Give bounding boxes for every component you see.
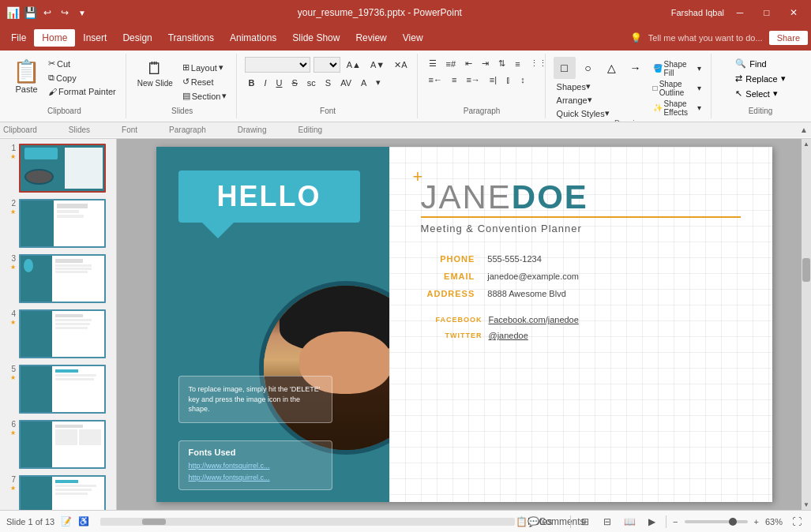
quick-styles-button[interactable]: Quick Styles▾ [554, 107, 647, 119]
maximize-btn[interactable]: □ [756, 2, 778, 24]
scroll-up-btn[interactable]: ▲ [802, 139, 811, 149]
share-button[interactable]: Share [769, 31, 808, 45]
slide-thumb-7[interactable]: 7 ★ [3, 474, 113, 510]
shadow-button[interactable]: S [322, 77, 334, 89]
font-color-dropdown[interactable]: ▾ [373, 76, 384, 89]
slide-img-1[interactable] [19, 144, 106, 193]
reading-view-btn[interactable]: 📖 [621, 514, 637, 530]
undo-btn[interactable]: ↩ [41, 6, 54, 19]
new-slide-button[interactable]: 🗒 New Slide [134, 57, 176, 107]
vertical-scrollbar[interactable]: ▲ ▼ [802, 139, 811, 510]
zoom-out-btn[interactable]: − [673, 517, 678, 526]
format-painter-button[interactable]: 🖌 Format Painter [45, 85, 119, 98]
menu-file[interactable]: File [3, 29, 34, 47]
ribbon-paragraph-group: ☰ ≡# ⇤ ⇥ ⇅ ≡ ⋮⋮ ≡← ≡ ≡→ ≡| ⫿ ↕ Paragraph [419, 54, 546, 118]
cut-button[interactable]: ✂ Cut [45, 57, 119, 70]
char-spacing-button[interactable]: AV [337, 77, 355, 89]
section-button[interactable]: ▤ Section ▾ [179, 89, 231, 103]
bold-button[interactable]: B [245, 77, 257, 89]
copy-button[interactable]: ⧉ Copy [45, 71, 119, 84]
font-name-select[interactable] [245, 57, 310, 73]
slide-img-7[interactable] [19, 475, 106, 510]
h-scroll-thumb[interactable] [142, 519, 166, 525]
canvas-area[interactable]: ▲ ▼ HELLO [117, 139, 811, 510]
customize-quick-access[interactable]: ▼ [76, 6, 88, 19]
close-btn[interactable]: ✕ [783, 2, 805, 24]
shape-selector-btn4[interactable]: → [625, 57, 647, 79]
bullet-list-button[interactable]: ☰ [426, 57, 440, 70]
reset-button[interactable]: ↺ Reset [179, 75, 231, 88]
strikethrough-button[interactable]: S [288, 77, 300, 89]
menu-insert[interactable]: Insert [75, 29, 115, 47]
align-center-button[interactable]: ≡ [449, 73, 460, 86]
slide-thumb-3[interactable]: 3 ★ [3, 253, 113, 305]
slide-img-5[interactable] [19, 365, 106, 414]
increase-indent-button[interactable]: ⇥ [479, 57, 492, 70]
italic-button[interactable]: I [261, 77, 269, 89]
find-button[interactable]: 🔍 Find [730, 57, 790, 70]
font-color-button[interactable]: A [358, 77, 370, 89]
justify-button[interactable]: ≡| [486, 73, 500, 86]
collapse-ribbon-btn[interactable]: ▲ [800, 126, 808, 134]
replace-button[interactable]: ⇄ Replace ▾ [730, 72, 790, 85]
search-bar[interactable]: Tell me what you want to do... [648, 33, 763, 43]
align-right-button[interactable]: ≡→ [463, 73, 482, 86]
zoom-thumb[interactable] [729, 518, 737, 526]
shape-effects-button[interactable]: ✨ Shape Effects ▾ [650, 99, 704, 118]
menu-slideshow[interactable]: Slide Show [284, 29, 347, 47]
slide-img-6[interactable] [19, 420, 106, 469]
save-quick-btn[interactable]: 💾 [24, 6, 36, 19]
facebook-label: FACEBOOK [421, 316, 482, 324]
font-size-select[interactable] [314, 57, 340, 73]
zoom-in-btn[interactable]: + [754, 517, 759, 526]
align-left-button[interactable]: ≡← [426, 73, 445, 86]
numbered-list-button[interactable]: ≡# [443, 58, 460, 70]
shape-selector-btn2[interactable]: ○ [577, 57, 599, 79]
menu-transitions[interactable]: Transitions [160, 29, 222, 47]
scroll-down-btn[interactable]: ▼ [802, 500, 811, 510]
slide-img-3[interactable] [19, 254, 106, 303]
layout-button[interactable]: ⊞ Layout ▾ [179, 61, 231, 74]
text-direction-button[interactable]: ⇅ [495, 57, 509, 70]
select-button[interactable]: ↖ Select ▾ [730, 87, 790, 100]
shape-fill-button[interactable]: 🪣 Shape Fill ▾ [650, 59, 704, 78]
clear-format-button[interactable]: ✕A [391, 58, 410, 72]
slide-img-2[interactable] [19, 199, 106, 248]
fit-slide-btn[interactable]: ⛶ [789, 514, 805, 530]
slide-thumb-1[interactable]: 1 ★ [3, 142, 113, 194]
shapes-button[interactable]: Shapes▾ [554, 81, 647, 92]
underline-button[interactable]: U [273, 77, 286, 89]
zoom-slider[interactable] [685, 520, 748, 523]
menu-home[interactable]: Home [34, 29, 75, 47]
slidesorter-view-btn[interactable]: ⊟ [599, 514, 615, 530]
main-area: 1 ★ 2 ★ [0, 139, 811, 510]
paste-button[interactable]: 📋 Paste [9, 57, 43, 98]
menu-design[interactable]: Design [115, 29, 160, 47]
slide-img-4[interactable] [19, 309, 106, 358]
shape-selector-btn[interactable]: □ [554, 57, 576, 79]
slide-thumb-2[interactable]: 2 ★ [3, 197, 113, 249]
increase-font-button[interactable]: A▲ [344, 58, 364, 71]
slide-thumb-4[interactable]: 4 ★ [3, 308, 113, 360]
slide-thumb-6[interactable]: 6 ★ [3, 418, 113, 470]
smallcaps-button[interactable]: sc [304, 77, 319, 89]
minimize-btn[interactable]: ─ [729, 2, 751, 24]
decrease-indent-button[interactable]: ⇤ [462, 57, 475, 70]
menu-animations[interactable]: Animations [222, 29, 284, 47]
decrease-font-button[interactable]: A▼ [367, 58, 388, 71]
menu-view[interactable]: View [395, 29, 431, 47]
shape-selector-btn3[interactable]: △ [601, 57, 623, 79]
normal-view-btn[interactable]: ⊞ [577, 514, 593, 530]
comments-button[interactable]: 💬 Comments [548, 514, 564, 530]
redo-btn[interactable]: ↪ [58, 6, 71, 19]
columns-button[interactable]: ⫿ [503, 73, 514, 86]
slide-thumb-5[interactable]: 5 ★ [3, 363, 113, 415]
slideshow-view-btn[interactable]: ▶ [644, 514, 659, 530]
menu-review[interactable]: Review [347, 29, 394, 47]
align-text-button[interactable]: ≡ [512, 58, 523, 70]
shape-outline-button[interactable]: □ Shape Outline ▾ [650, 79, 704, 98]
scroll-thumb[interactable] [802, 258, 810, 282]
arrange-button[interactable]: Arrange▾ [554, 94, 647, 106]
horizontal-scrollbar[interactable] [100, 518, 515, 526]
line-spacing-button[interactable]: ↕ [517, 73, 528, 86]
